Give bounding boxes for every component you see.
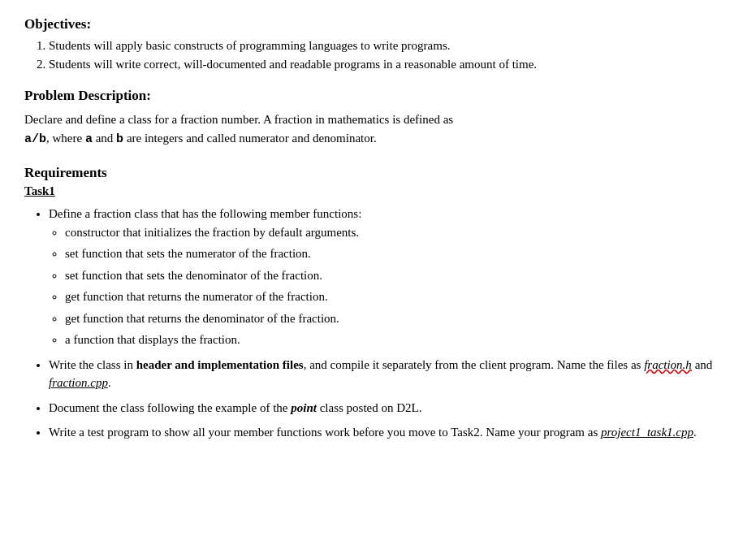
bullet4-prefix: Write a test program to show all your me… — [49, 426, 601, 439]
bullet3-bold: point — [291, 401, 317, 414]
requirements-section: Requirements Task1 Define a fraction cla… — [24, 165, 732, 442]
objectives-section: Objectives: Students will apply basic co… — [24, 16, 732, 71]
bullet-item-1: Define a fraction class that has the fol… — [49, 205, 732, 349]
problem-paragraph: Declare and define a class for a fractio… — [24, 110, 732, 149]
code-a: a — [85, 132, 93, 146]
problem-section: Problem Description: Declare and define … — [24, 88, 732, 149]
bullet-item-2: Write the class in header and implementa… — [49, 356, 732, 392]
sub-item-1: constructor that initializes the fractio… — [65, 223, 732, 242]
bullet3-prefix: Document the class following the example… — [49, 401, 291, 414]
task1-label: Task1 — [24, 184, 732, 198]
bullet2-bold: header and implementation files — [136, 358, 304, 371]
code-ab: a/b — [24, 132, 46, 146]
requirements-title: Requirements — [24, 165, 732, 181]
sub-item-2: set function that sets the numerator of … — [65, 244, 732, 263]
bullet3-suffix: class posted on D2L. — [317, 401, 422, 414]
bullet2-file2: fraction.cpp — [49, 376, 108, 389]
bullet2-and: and — [692, 358, 712, 371]
sub-list-1: constructor that initializes the fractio… — [65, 223, 732, 349]
code-b: b — [116, 132, 123, 146]
objectives-list: Students will apply basic constructs of … — [49, 39, 732, 71]
problem-text-2: , where — [46, 132, 82, 145]
bullet-item-4: Write a test program to show all your me… — [49, 423, 732, 442]
objectives-title: Objectives: — [24, 16, 732, 32]
problem-text-4: are integers and called numerator and de… — [127, 132, 377, 145]
sub-item-3: set function that sets the denominator o… — [65, 266, 732, 285]
sub-item-5: get function that returns the denominato… — [65, 309, 732, 328]
bullet1-text: Define a fraction class that has the fol… — [49, 207, 361, 220]
sub-item-6: a function that displays the fraction. — [65, 331, 732, 349]
problem-text-3: and — [96, 132, 114, 145]
bullet2-prefix: Write the class in — [49, 358, 136, 371]
bullet-item-3: Document the class following the example… — [49, 399, 732, 417]
problem-title: Problem Description: — [24, 88, 732, 104]
objective-item-1: Students will apply basic constructs of … — [49, 39, 732, 53]
sub-item-4: get function that returns the numerator … — [65, 288, 732, 306]
problem-text-1: Declare and define a class for a fractio… — [24, 113, 453, 126]
bullet2-mid: , and compile it separately from the cli… — [304, 358, 644, 371]
bullet4-italic: project1_task1.cpp — [601, 426, 693, 439]
bullet2-file1: fraction.h — [644, 358, 692, 371]
bullet4-end: . — [693, 426, 697, 439]
bullet2-end: . — [108, 376, 111, 389]
objective-item-2: Students will write correct, will-docume… — [49, 58, 732, 71]
main-bullet-list: Define a fraction class that has the fol… — [49, 205, 732, 442]
